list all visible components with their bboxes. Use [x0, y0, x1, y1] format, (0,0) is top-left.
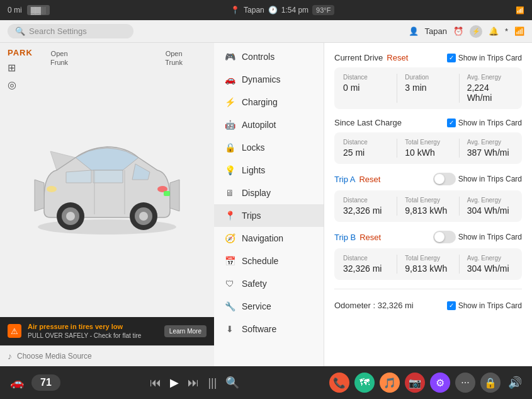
current-drive-reset[interactable]: Reset: [387, 53, 408, 62]
nav-item-safety[interactable]: 🛡 Safety: [214, 272, 324, 295]
bell-icon: 🔔: [489, 26, 499, 36]
status-bar-left: 0 mi ▓▓░: [8, 5, 50, 15]
lock-icon[interactable]: 🔒: [480, 373, 501, 393]
since-last-charge-show-trips-label: Show in Trips Card: [458, 119, 522, 127]
camera-icon[interactable]: 📷: [405, 373, 425, 393]
distance-display: 0 mi: [8, 6, 22, 14]
current-drive-distance-value: 0 mi: [343, 83, 389, 93]
trip-b-avg-energy: Avg. Energy 304 Wh/mi: [467, 255, 513, 274]
left-panel: PARK ⊞ ◎ OpenFrunk OpenTrunk: [0, 43, 214, 366]
trip-b-total-energy-label: Total Energy: [405, 255, 451, 262]
trip-a-show-trips[interactable]: Show in Trips Card: [433, 173, 522, 185]
trip-a-toggle[interactable]: [433, 173, 456, 185]
nav-label-schedule: Schedule: [242, 256, 278, 266]
media-app-icon[interactable]: 🎵: [380, 373, 400, 393]
trip-b-distance-value: 32,326 mi: [343, 263, 389, 274]
nav-item-autopilot[interactable]: 🤖 Autopilot: [214, 113, 324, 136]
software-icon: ⬇: [224, 324, 235, 334]
trip-b-toggle[interactable]: [433, 231, 456, 243]
trip-a-avg-energy-value: 304 Wh/mi: [467, 205, 513, 216]
current-drive-avg-energy-label: Avg. Energy: [467, 74, 513, 81]
prev-track-button[interactable]: ⏮: [150, 376, 161, 390]
schedule-icon: 📅: [224, 256, 235, 266]
nav-item-controls[interactable]: 🎮 Controls: [214, 45, 324, 68]
current-drive-checkbox[interactable]: ✓: [447, 54, 456, 62]
status-bar: 0 mi ▓▓░ 📍 Tapan 🕐 1:54 pm 93°F 📶: [0, 0, 532, 20]
trip-a-total-energy-value: 9,813 kWh: [405, 205, 451, 216]
next-track-button[interactable]: ⏭: [188, 376, 199, 390]
nav-item-lights[interactable]: 💡 Lights: [214, 159, 324, 182]
cabin-temperature[interactable]: 71: [31, 374, 60, 391]
current-drive-duration-value: 3 min: [405, 83, 451, 93]
ellipsis-icon[interactable]: ···: [455, 373, 475, 393]
learn-more-button[interactable]: Learn More: [164, 325, 207, 337]
open-trunk-label[interactable]: OpenTrunk: [165, 49, 183, 67]
svg-rect-11: [164, 191, 170, 196]
play-controls: ⏮ ▶ ⏭ ||| 🔍: [150, 376, 239, 390]
equalizer-icon[interactable]: |||: [208, 376, 217, 390]
trip-b-reset[interactable]: Reset: [359, 233, 381, 242]
trip-a-distance: Distance 32,326 mi: [343, 197, 397, 216]
nav-item-trips[interactable]: 📍 Trips: [214, 204, 324, 227]
slc-avg-energy-label: Avg. Energy: [467, 139, 513, 146]
media-section: ♪ Choose Media Source: [0, 345, 214, 366]
status-bar-right: 📶: [516, 6, 524, 14]
play-button[interactable]: ▶: [170, 376, 179, 390]
nav-label-software: Software: [242, 324, 276, 334]
since-last-charge-title: Since Last Charge: [334, 118, 402, 127]
nav-item-service[interactable]: 🔧 Service: [214, 295, 324, 318]
nav-label-display: Display: [242, 188, 271, 198]
nav-label-dynamics: Dynamics: [242, 74, 280, 84]
nav-item-locks[interactable]: 🔒 Locks: [214, 136, 324, 159]
car-icon[interactable]: 🚗: [10, 376, 24, 390]
trip-a-avg-energy: Avg. Energy 304 Wh/mi: [467, 197, 513, 216]
nav-item-navigation[interactable]: 🧭 Navigation: [214, 227, 324, 250]
trip-b-toggle-knob: [434, 232, 444, 242]
trip-a-reset[interactable]: Reset: [359, 175, 380, 184]
since-last-charge-show-trips[interactable]: ✓ Show in Trips Card: [447, 119, 522, 127]
user-icon: 👤: [409, 26, 419, 36]
media-source-label[interactable]: Choose Media Source: [17, 352, 92, 361]
nav-item-charging[interactable]: ⚡ Charging: [214, 91, 324, 113]
nav-item-display[interactable]: 🖥 Display: [214, 182, 324, 204]
open-frunk-label[interactable]: OpenFrunk: [50, 49, 68, 67]
location-pin-icon: 📍: [230, 6, 240, 14]
current-drive-duration-label: Duration: [405, 74, 451, 81]
odometer-value: 32,326 mi: [378, 301, 414, 310]
current-drive-distance: Distance 0 mi: [343, 74, 397, 103]
location-label: Tapan: [244, 6, 264, 14]
nav-label-autopilot: Autopilot: [242, 120, 276, 130]
volume-icon[interactable]: 🔊: [508, 376, 522, 390]
alert-bar: ⚠ Air pressure in tires very low PULL OV…: [0, 317, 214, 345]
current-drive-show-trips[interactable]: ✓ Show in Trips Card: [447, 54, 522, 62]
lights-icon: 💡: [224, 165, 235, 175]
service-icon: 🔧: [224, 301, 235, 311]
wifi-icon: 📶: [514, 26, 524, 36]
since-last-charge-checkbox[interactable]: ✓: [447, 119, 456, 127]
trip-b-total-energy-value: 9,813 kWh: [405, 263, 451, 274]
trip-b-show-trips[interactable]: Show in Trips Card: [433, 231, 522, 243]
current-drive-show-trips-label: Show in Trips Card: [458, 54, 522, 62]
safety-icon: 🛡: [224, 279, 235, 289]
current-drive-duration: Duration 3 min: [405, 74, 459, 103]
odometer-show-trips[interactable]: ✓ Show in Trips Card: [447, 301, 522, 310]
current-drive-stats: Distance 0 mi Duration 3 min Avg. Energy…: [334, 67, 522, 109]
odometer-checkbox[interactable]: ✓: [447, 301, 456, 310]
odometer-bar: Odometer : 32,326 mi ✓ Show in Trips Car…: [334, 296, 522, 315]
phone-icon[interactable]: 📞: [329, 373, 349, 393]
trips-icon: 📍: [224, 211, 235, 221]
trips-panel: Current Drive Reset ✓ Show in Trips Card…: [324, 43, 532, 366]
nav-item-dynamics[interactable]: 🚗 Dynamics: [214, 68, 324, 91]
search-media-button[interactable]: 🔍: [225, 376, 239, 390]
nav-item-schedule[interactable]: 📅 Schedule: [214, 250, 324, 272]
current-drive-distance-label: Distance: [343, 74, 389, 81]
more-apps-icon[interactable]: ⚙: [430, 373, 450, 393]
temperature-display: 93°F: [312, 5, 334, 15]
alarm-icon: ⏰: [453, 26, 463, 36]
nav-item-software[interactable]: ⬇ Software: [214, 318, 324, 340]
since-last-charge-header: Since Last Charge ✓ Show in Trips Card: [334, 118, 522, 127]
nav-app-icon[interactable]: 🗺: [354, 373, 375, 393]
nav-label-safety: Safety: [242, 279, 267, 289]
search-box[interactable]: 🔍 Search Settings: [8, 24, 133, 38]
odometer-divider: [334, 289, 522, 289]
